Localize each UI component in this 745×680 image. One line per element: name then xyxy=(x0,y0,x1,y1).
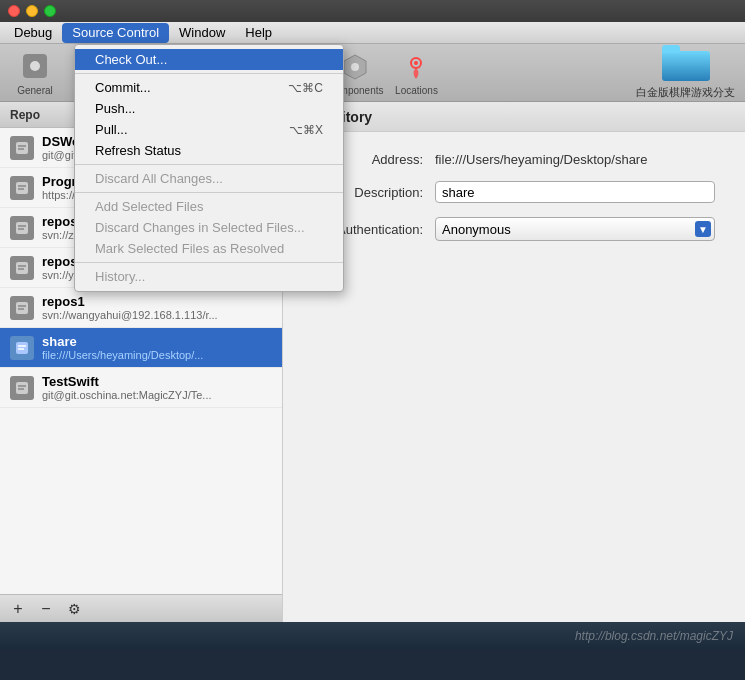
menu-discard-changes-selected[interactable]: Discard Changes in Selected Files... xyxy=(75,217,343,238)
source-control-dropdown: Check Out... Commit... ⌥⌘C Push... Pull.… xyxy=(74,44,344,292)
toolbar-btn-locations[interactable]: Locations xyxy=(391,50,441,96)
repo-icon-repos1b xyxy=(10,296,34,320)
menu-pull[interactable]: Pull... ⌥⌘X xyxy=(75,119,343,140)
menu-check-out[interactable]: Check Out... xyxy=(75,49,343,70)
svg-rect-38 xyxy=(16,382,28,394)
locations-label: Locations xyxy=(395,85,438,96)
watermark: http://blog.csdn.net/magicZYJ xyxy=(575,629,733,643)
menu-push[interactable]: Push... xyxy=(75,98,343,119)
right-panel: Repository Address: file:///Users/heyami… xyxy=(283,102,745,622)
svg-rect-29 xyxy=(16,262,28,274)
dropdown-separator-2 xyxy=(75,164,343,165)
address-value: file:///Users/heyaming/Desktop/share xyxy=(435,152,647,167)
svg-rect-23 xyxy=(16,182,28,194)
menu-mark-resolved[interactable]: Mark Selected Files as Resolved xyxy=(75,238,343,259)
toolbar-btn-general[interactable]: General xyxy=(10,50,60,96)
repo-item-repos1b[interactable]: repos1 svn://wangyahui@192.168.1.113/r..… xyxy=(0,288,282,328)
folder-title: 白金版棋牌游戏分支 xyxy=(636,85,735,100)
authentication-select[interactable]: Anonymous Password SSH Key xyxy=(435,217,715,241)
repo-item-share[interactable]: share file:///Users/heyaming/Desktop/... xyxy=(0,328,282,368)
repo-icon-share xyxy=(10,336,34,360)
bottom-bar: http://blog.csdn.net/magicZYJ xyxy=(0,622,745,650)
repo-info-share: share file:///Users/heyaming/Desktop/... xyxy=(42,334,272,361)
left-panel-footer: + − ⚙ xyxy=(0,594,282,622)
svg-rect-20 xyxy=(16,142,28,154)
menu-refresh-status[interactable]: Refresh Status xyxy=(75,140,343,161)
settings-button[interactable]: ⚙ xyxy=(64,599,84,619)
menu-add-selected[interactable]: Add Selected Files xyxy=(75,196,343,217)
repo-icon-testswift xyxy=(10,376,34,400)
menu-debug[interactable]: Debug xyxy=(4,23,62,43)
form-area: Address: file:///Users/heyaming/Desktop/… xyxy=(283,132,745,261)
menu-history[interactable]: History... xyxy=(75,266,343,287)
repo-icon-progressview xyxy=(10,176,34,200)
dropdown-separator-4 xyxy=(75,262,343,263)
minimize-button[interactable] xyxy=(26,5,38,17)
svg-rect-35 xyxy=(16,342,28,354)
window-controls xyxy=(8,5,56,17)
authentication-select-container: Anonymous Password SSH Key ▼ xyxy=(435,217,715,241)
remove-repo-button[interactable]: − xyxy=(36,599,56,619)
folder-icon-large xyxy=(662,45,710,81)
dropdown-separator-3 xyxy=(75,192,343,193)
description-input[interactable] xyxy=(435,181,715,203)
repo-icon-dsweibo xyxy=(10,136,34,160)
address-row: Address: file:///Users/heyaming/Desktop/… xyxy=(313,152,715,167)
dropdown-separator-1 xyxy=(75,73,343,74)
svg-rect-26 xyxy=(16,222,28,234)
repo-item-testswift[interactable]: TestSwift git@git.oschina.net:MagicZYJ/T… xyxy=(0,368,282,408)
svg-point-19 xyxy=(414,61,418,65)
svg-rect-32 xyxy=(16,302,28,314)
folder-section: 白金版棋牌游戏分支 xyxy=(636,45,735,100)
repo-icon-repos1 xyxy=(10,216,34,240)
title-bar xyxy=(0,0,745,22)
repo-info-repos1b: repos1 svn://wangyahui@192.168.1.113/r..… xyxy=(42,294,272,321)
close-button[interactable] xyxy=(8,5,20,17)
svg-point-17 xyxy=(351,63,359,71)
add-repo-button[interactable]: + xyxy=(8,599,28,619)
menu-commit[interactable]: Commit... ⌥⌘C xyxy=(75,77,343,98)
maximize-button[interactable] xyxy=(44,5,56,17)
repo-icon-repos2 xyxy=(10,256,34,280)
menu-window[interactable]: Window xyxy=(169,23,235,43)
svg-point-1 xyxy=(30,61,40,71)
menu-source-control[interactable]: Source Control xyxy=(62,23,169,43)
menu-bar: Debug Source Control Window Help xyxy=(0,22,745,44)
repo-info-testswift: TestSwift git@git.oschina.net:MagicZYJ/T… xyxy=(42,374,272,401)
authentication-row: Authentication: Anonymous Password SSH K… xyxy=(313,217,715,241)
general-label: General xyxy=(17,85,53,96)
right-panel-header: Repository xyxy=(283,102,745,132)
menu-help[interactable]: Help xyxy=(235,23,282,43)
general-icon xyxy=(19,50,51,82)
locations-icon xyxy=(400,50,432,82)
description-row: Description: xyxy=(313,181,715,203)
menu-discard-all[interactable]: Discard All Changes... xyxy=(75,168,343,189)
